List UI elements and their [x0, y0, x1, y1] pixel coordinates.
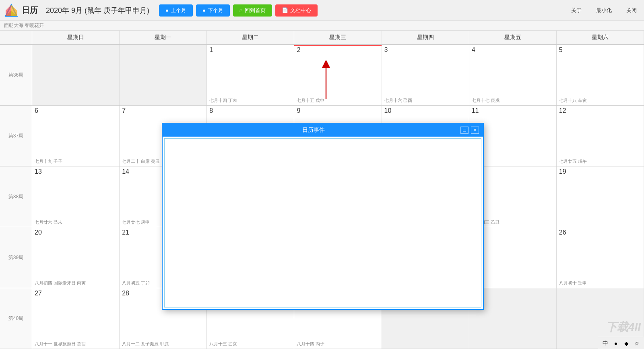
cal-cell-3-6[interactable]: 26八月初十 壬申 — [557, 227, 644, 288]
svg-marker-2 — [6, 5, 11, 16]
day-number: 9 — [297, 107, 379, 114]
lunar-info: 八月十一 世界旅游日 癸酉 — [35, 341, 118, 347]
lunar-info: 七月十六 己酉 — [384, 98, 467, 104]
day-number: 13 — [35, 168, 117, 175]
cal-cell-0-3[interactable]: 2七月十五 戊申 — [294, 45, 382, 105]
dialog-title: 日历事件 — [167, 127, 460, 134]
lunar-info: 八月初十 壬申 — [559, 280, 642, 286]
lunar-info: 八月初三 乙丑 — [472, 219, 555, 225]
calendar-event-dialog[interactable]: 日历事件 □ × — [162, 123, 484, 310]
docs-icon: 📄 — [282, 7, 288, 13]
window-controls: 关于 最小化 关闭 — [564, 0, 644, 21]
cal-cell-0-1[interactable] — [120, 45, 207, 105]
title-bar: 日历 2020年 9月 (鼠年 庚子年甲申月) ● 上个月 ● 下个月 ⌂ 回到… — [0, 0, 644, 21]
day-number: 19 — [559, 168, 641, 175]
lunar-info: 七月十五 戊申 — [297, 98, 380, 104]
theme-text: 面朝大海 春暖花开 — [4, 22, 44, 29]
cal-cell-2-0[interactable]: 13七月廿六 己未 — [32, 166, 120, 227]
lunar-info: 七月十八 辛亥 — [559, 98, 642, 104]
week-label-2: 第38周 — [0, 166, 32, 227]
next-month-button[interactable]: ● 下个月 — [196, 4, 230, 17]
lunar-info: 七月廿六 己未 — [35, 219, 118, 225]
home-icon: ⌂ — [239, 7, 243, 13]
day-number: 7 — [122, 107, 204, 114]
lunar-info: 七月十九 壬子 — [35, 158, 118, 164]
cal-cell-0-6[interactable]: 5七月十八 辛亥 — [557, 45, 644, 105]
circle-icon: ● — [165, 7, 169, 13]
status-icon-1[interactable]: 中 — [601, 339, 609, 347]
day-number: 3 — [384, 46, 466, 54]
calendar-month-title: 2020年 9月 (鼠年 庚子年甲申月) — [46, 6, 149, 15]
svg-marker-3 — [11, 5, 17, 16]
minimize-button[interactable]: 最小化 — [589, 0, 619, 21]
cal-cell-2-6[interactable]: 19 — [557, 166, 644, 227]
day-header-tue: 星期二 — [207, 31, 294, 44]
day-header-sun: 星期日 — [32, 31, 120, 44]
cal-cell-0-5[interactable]: 4七月十七 庚戌 — [469, 45, 557, 105]
status-icon-3[interactable]: ◆ — [622, 339, 630, 347]
status-bar: 中 ● ◆ ☆ — [598, 337, 644, 349]
close-button[interactable]: 关闭 — [619, 0, 644, 21]
day-number: 5 — [559, 46, 641, 54]
app-title-label: 日历 — [22, 5, 38, 16]
dialog-window-buttons: □ × — [460, 127, 479, 134]
day-headers: 星期日 星期一 星期二 星期三 星期四 星期五 星期六 — [0, 31, 644, 45]
day-header-wed: 星期三 — [294, 31, 382, 44]
week-label-1: 第37周 — [0, 106, 32, 166]
cal-cell-3-0[interactable]: 20八月初四 国际爱牙日 丙寅 — [32, 227, 120, 288]
cal-cell-1-0[interactable]: 6七月十九 壬子 — [32, 106, 120, 166]
sub-header: 面朝大海 春暖花开 — [0, 21, 644, 31]
week-label-4: 第40周 — [0, 288, 32, 349]
dialog-minimize-button[interactable]: □ — [460, 127, 469, 134]
day-header-fri: 星期五 — [469, 31, 557, 44]
day-number: 12 — [559, 107, 641, 114]
lunar-info: 七月廿五 戊午 — [559, 158, 642, 164]
day-header-thu: 星期四 — [382, 31, 469, 44]
week-label-3: 第39周 — [0, 227, 32, 288]
lunar-info: 七月十七 庚戌 — [472, 98, 555, 104]
day-number: 27 — [35, 290, 117, 297]
cal-cell-4-0[interactable]: 27八月十一 世界旅游日 癸酉 — [32, 288, 120, 349]
lunar-info: 八月初四 国际爱牙日 丙寅 — [35, 280, 118, 286]
week-col-header — [0, 31, 32, 44]
day-number: 6 — [35, 107, 117, 114]
today-indicator — [294, 45, 381, 46]
day-header-mon: 星期一 — [120, 31, 207, 44]
day-number: 20 — [35, 229, 117, 236]
day-number: 2 — [297, 46, 379, 54]
watermark: 下载4ll — [606, 320, 641, 335]
prev-month-button[interactable]: ● 上个月 — [159, 4, 193, 17]
home-button[interactable]: ⌂ 回到首页 — [233, 4, 272, 17]
red-arrow — [322, 60, 330, 101]
app-logo — [4, 3, 19, 18]
lunar-info: 八月十四 丙子 — [297, 341, 380, 347]
day-number: 4 — [472, 46, 554, 54]
cal-cell-0-4[interactable]: 3七月十六 己酉 — [382, 45, 469, 105]
circle-icon2: ● — [202, 7, 206, 13]
cal-cell-0-2[interactable]: 1七月十四 丁未 — [207, 45, 294, 105]
week-label-0: 第36周 — [0, 45, 32, 105]
day-number: 1 — [209, 46, 291, 54]
day-number: 25 — [472, 229, 554, 236]
day-number: 10 — [384, 107, 466, 114]
status-icon-4[interactable]: ☆ — [633, 339, 641, 347]
cal-cell-1-6[interactable]: 12七月廿五 戊午 — [557, 106, 644, 166]
nav-buttons: ● 上个月 ● 下个月 ⌂ 回到首页 📄 文档中心 — [159, 4, 318, 17]
day-number: 8 — [209, 107, 291, 114]
day-number: 11 — [472, 107, 554, 114]
dialog-content-area — [164, 138, 481, 307]
day-header-sat: 星期六 — [557, 31, 644, 44]
docs-button[interactable]: 📄 文档中心 — [275, 4, 318, 17]
about-button[interactable]: 关于 — [564, 0, 589, 21]
lunar-info: 七月十四 丁未 — [209, 98, 292, 104]
dialog-close-button[interactable]: × — [471, 127, 479, 134]
lunar-info: 八月十二 孔子诞辰 甲戌 — [122, 341, 205, 347]
day-number: 26 — [559, 229, 641, 236]
dialog-titlebar: 日历事件 □ × — [163, 124, 483, 137]
status-icon-2[interactable]: ● — [612, 339, 620, 347]
day-number: 18 — [472, 168, 554, 175]
cal-cell-0-0[interactable] — [32, 45, 120, 105]
lunar-info: 八月十三 乙亥 — [209, 341, 292, 347]
